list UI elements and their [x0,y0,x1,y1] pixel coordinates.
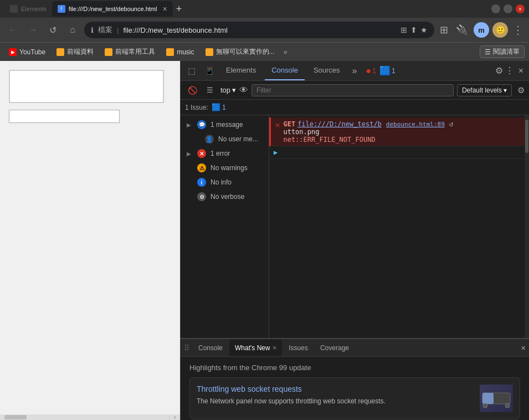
svg-point-2 [483,403,487,408]
issues-badge-button[interactable]: 🟦 1 [212,103,226,111]
address-info-icon: ℹ [91,26,94,34]
sidebar-item-info[interactable]: i No info [181,175,269,189]
expand-messages-icon: ▶ [185,121,193,129]
expand-arrow[interactable]: ▶ [274,148,278,156]
bookmark-2-favicon [105,48,112,56]
page-scrollbar[interactable]: › [0,414,180,420]
console-settings-button[interactable]: ⚙ [517,85,525,95]
url-link-ref[interactable]: debounce.html:89 [386,121,445,128]
extensions-icon[interactable]: ⊞ [438,24,450,36]
console-error-entry: ✕ GET file:///D:/new_test/b debounce.htm… [269,117,525,146]
home-button[interactable]: ⌂ [64,22,81,38]
expand-errors-icon: ▶ [185,150,193,157]
bookmark-4[interactable]: 無聊可以來實作的... [201,45,279,58]
avatar-button[interactable]: 🙂 [492,22,508,38]
bottom-tab-whats-new-label: What's New [235,344,270,352]
share-icon[interactable]: ⬆ [410,25,417,34]
sidebar-item-verbose[interactable]: ⚙ No verbose [181,189,269,204]
minimize-button[interactable]: _ [491,4,500,13]
tab-active[interactable]: f file:///D:/new_test/debounce.html × [52,1,173,17]
errors-label: 1 error [210,150,230,157]
tab-label: Elements [21,6,47,12]
svg-rect-1 [482,393,494,404]
sidebar-item-warnings[interactable]: ⚠ No warnings [181,161,269,175]
console-output-wrapper: ✕ GET file:///D:/new_test/b debounce.htm… [269,115,529,338]
forward-button[interactable]: → [24,22,41,38]
bottom-panel-close-button[interactable]: × [521,343,526,352]
console-scrollbar[interactable] [525,115,529,338]
address-bar[interactable]: ℹ 檔案 | file:///D:/new_test/debounce.html… [84,22,434,38]
tab-inactive[interactable]: Elements [4,1,52,17]
page-content: › [0,61,180,420]
translate-icon[interactable]: ⊞ [400,25,407,34]
wn-card-heading[interactable]: Throttling web socket requests [197,385,473,393]
bottom-tab-console[interactable]: Console [193,339,228,356]
bottom-tab-coverage[interactable]: Coverage [315,339,355,356]
bookmark-2[interactable]: 前端常用工具 [100,45,160,58]
new-tab-button[interactable]: + [176,4,182,14]
profile-button[interactable]: m [474,22,489,38]
sidebar-item-messages[interactable]: ▶ 💬 1 message [181,117,269,132]
cursor-icon: ⬚ [188,66,196,76]
devtools-settings-button[interactable]: ⚙ [495,65,503,76]
issue-badge-icon: 🟦 [212,103,220,111]
url-link-part1[interactable]: file:///D:/new_test/b [297,120,382,128]
back-button[interactable]: ← [4,22,21,38]
error-entry-line1: GET file:///D:/new_test/b debounce.html:… [283,120,520,128]
tab-sources[interactable]: Sources [307,61,347,80]
page-textarea[interactable] [9,70,164,103]
error-text: net::ERR_FILE_NOT_FOUND [283,136,375,144]
bookmark-3[interactable]: music [162,47,198,58]
more-tabs-button[interactable]: » [349,66,361,76]
back-icon: ← [8,25,17,35]
sidebar-item-user-messages[interactable]: 👤 No user me... [181,132,269,146]
sidebar-toggle-button[interactable]: ☰ [203,83,217,98]
drag-handle[interactable]: ⠿ [184,344,189,352]
console-body: ▶ 💬 1 message 👤 No user me... ▶ [181,115,529,420]
tab-elements[interactable]: Elements [219,61,263,80]
refresh-button[interactable]: ↺ [44,22,61,38]
messages-icon: 💬 [197,120,206,129]
chrome-menu-button[interactable]: ⋮ [511,23,525,37]
maximize-button[interactable]: □ [504,4,512,13]
url-suffix: utton.png [283,128,319,136]
bookmarks-more-button[interactable]: » [284,48,287,56]
reading-list-button[interactable]: ☰ 閱讀清單 [480,45,525,58]
bottom-tab-issues-label: Issues [289,344,308,352]
whats-new-close-icon[interactable]: × [273,344,277,352]
page-input[interactable] [9,110,120,123]
console-filter-input[interactable] [251,84,454,96]
window-close-button[interactable]: × [516,4,525,13]
tab-console[interactable]: Console [265,61,305,80]
title-bar: Elements f file:///D:/new_test/debounce.… [0,0,529,18]
log-levels-button[interactable]: Default levels ▾ [457,84,512,96]
devtools-more-button[interactable]: ⋮ [505,65,514,76]
window-controls: _ □ × [491,4,525,13]
bookmark-youtube[interactable]: ▶ YouTube [4,47,50,58]
devtools-close-button[interactable]: × [516,66,526,76]
reading-list-icon: ☰ [485,48,491,56]
warning-icon: ⚠ [197,163,206,172]
bottom-tab-whats-new[interactable]: What's New × [229,339,282,356]
context-selector[interactable]: top ▾ [220,86,236,94]
bottom-tab-issues[interactable]: Issues [283,339,314,356]
scroll-right-arrow[interactable]: › [169,414,180,420]
bookmark-1[interactable]: 前端資料 [52,45,98,58]
devtools-inspect-icon[interactable]: ⬚ [184,63,199,79]
tab-close-button[interactable]: × [162,4,167,13]
scrollbar-thumb [4,415,27,419]
bookmark-3-label: music [177,48,194,56]
devtools-device-icon[interactable]: 📱 [202,63,217,79]
sidebar-item-errors[interactable]: ▶ ✕ 1 error [181,146,269,161]
bookmark-star-icon[interactable]: ★ [420,25,428,34]
entry-refresh-icon[interactable]: ↺ [449,120,454,128]
device-icon: 📱 [204,66,215,76]
avatar-icon: 🙂 [496,25,505,34]
messages-label: 1 message [210,121,243,129]
eye-icon[interactable]: 👁 [239,85,248,95]
address-separator: | [117,26,119,34]
clear-console-button[interactable]: 🚫 [185,83,199,98]
top-label: top [220,86,230,94]
bottom-tab-console-label: Console [198,344,223,352]
extensions-btn2[interactable]: 🔌 [454,24,470,36]
